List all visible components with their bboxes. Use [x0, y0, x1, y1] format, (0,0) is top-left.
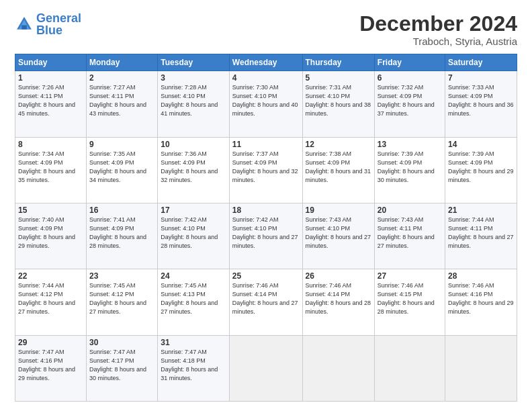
calendar-cell: 24Sunrise: 7:45 AMSunset: 4:13 PMDayligh…: [158, 269, 230, 335]
day-number: 12: [306, 140, 371, 149]
week-row-4: 22Sunrise: 7:44 AMSunset: 4:12 PMDayligh…: [15, 269, 517, 335]
col-header-thursday: Thursday: [302, 54, 374, 71]
day-number: 4: [232, 73, 300, 83]
calendar-cell: 3Sunrise: 7:28 AMSunset: 4:10 PMDaylight…: [158, 71, 230, 137]
svg-rect-2: [21, 26, 27, 30]
day-info: Sunrise: 7:42 AMSunset: 4:10 PMDaylight:…: [232, 216, 298, 249]
calendar-cell: 23Sunrise: 7:45 AMSunset: 4:12 PMDayligh…: [87, 269, 158, 335]
day-info: Sunrise: 7:46 AMSunset: 4:14 PMDaylight:…: [232, 282, 298, 315]
day-number: 2: [89, 73, 154, 83]
day-number: 13: [378, 140, 442, 149]
col-header-tuesday: Tuesday: [158, 54, 230, 71]
calendar-cell: 9Sunrise: 7:35 AMSunset: 4:09 PMDaylight…: [87, 137, 158, 203]
calendar-cell: 12Sunrise: 7:38 AMSunset: 4:09 PMDayligh…: [302, 137, 374, 203]
calendar-cell: 25Sunrise: 7:46 AMSunset: 4:14 PMDayligh…: [229, 269, 302, 335]
day-number: 30: [89, 338, 154, 347]
day-info: Sunrise: 7:46 AMSunset: 4:16 PMDaylight:…: [448, 282, 514, 315]
day-info: Sunrise: 7:38 AMSunset: 4:09 PMDaylight:…: [306, 150, 371, 183]
calendar-cell: [302, 335, 374, 401]
day-info: Sunrise: 7:43 AMSunset: 4:11 PMDaylight:…: [378, 216, 435, 249]
day-info: Sunrise: 7:39 AMSunset: 4:09 PMDaylight:…: [448, 150, 514, 183]
day-number: 28: [448, 271, 514, 281]
day-number: 6: [378, 73, 442, 83]
calendar-cell: 1Sunrise: 7:26 AMSunset: 4:11 PMDaylight…: [15, 71, 87, 137]
week-row-3: 15Sunrise: 7:40 AMSunset: 4:09 PMDayligh…: [15, 203, 517, 269]
week-row-2: 8Sunrise: 7:34 AMSunset: 4:09 PMDaylight…: [15, 137, 517, 203]
day-number: 27: [378, 271, 442, 281]
calendar-table: SundayMondayTuesdayWednesdayThursdayFrid…: [15, 54, 517, 402]
logo-blue: Blue: [36, 24, 62, 37]
day-info: Sunrise: 7:31 AMSunset: 4:10 PMDaylight:…: [306, 84, 371, 117]
day-info: Sunrise: 7:30 AMSunset: 4:10 PMDaylight:…: [232, 84, 298, 117]
day-number: 29: [18, 338, 83, 347]
calendar-cell: 2Sunrise: 7:27 AMSunset: 4:11 PMDaylight…: [87, 71, 158, 137]
week-row-5: 29Sunrise: 7:47 AMSunset: 4:16 PMDayligh…: [15, 335, 517, 401]
day-number: 18: [232, 205, 300, 215]
col-header-wednesday: Wednesday: [229, 54, 302, 71]
day-number: 23: [89, 271, 154, 281]
day-info: Sunrise: 7:47 AMSunset: 4:16 PMDaylight:…: [18, 349, 75, 381]
title-block: December 2024 Traboch, Styria, Austria: [359, 12, 517, 47]
calendar-cell: [445, 335, 517, 401]
calendar-cell: 8Sunrise: 7:34 AMSunset: 4:09 PMDaylight…: [15, 137, 87, 203]
day-info: Sunrise: 7:39 AMSunset: 4:09 PMDaylight:…: [378, 150, 435, 183]
day-info: Sunrise: 7:34 AMSunset: 4:09 PMDaylight:…: [18, 150, 75, 183]
logo-icon: [15, 15, 34, 34]
day-number: 5: [306, 73, 371, 83]
day-number: 17: [161, 205, 226, 215]
day-info: Sunrise: 7:45 AMSunset: 4:12 PMDaylight:…: [89, 282, 146, 315]
day-info: Sunrise: 7:40 AMSunset: 4:09 PMDaylight:…: [18, 216, 75, 249]
day-info: Sunrise: 7:35 AMSunset: 4:09 PMDaylight:…: [89, 150, 146, 183]
logo-general: General: [36, 11, 81, 25]
week-row-1: 1Sunrise: 7:26 AMSunset: 4:11 PMDaylight…: [15, 71, 517, 137]
day-number: 22: [18, 271, 83, 281]
calendar-cell: 6Sunrise: 7:32 AMSunset: 4:09 PMDaylight…: [374, 71, 445, 137]
col-header-monday: Monday: [87, 54, 158, 71]
day-number: 25: [232, 271, 300, 281]
logo: General Blue: [15, 12, 81, 36]
calendar-cell: 22Sunrise: 7:44 AMSunset: 4:12 PMDayligh…: [15, 269, 87, 335]
header: General Blue December 2024 Traboch, Styr…: [15, 12, 517, 47]
day-info: Sunrise: 7:47 AMSunset: 4:18 PMDaylight:…: [161, 349, 218, 381]
col-header-sunday: Sunday: [15, 54, 87, 71]
calendar-cell: 16Sunrise: 7:41 AMSunset: 4:09 PMDayligh…: [87, 203, 158, 269]
day-info: Sunrise: 7:42 AMSunset: 4:10 PMDaylight:…: [161, 216, 218, 249]
day-info: Sunrise: 7:36 AMSunset: 4:09 PMDaylight:…: [161, 150, 218, 183]
day-number: 24: [161, 271, 226, 281]
calendar-cell: 14Sunrise: 7:39 AMSunset: 4:09 PMDayligh…: [445, 137, 517, 203]
calendar-cell: 10Sunrise: 7:36 AMSunset: 4:09 PMDayligh…: [158, 137, 230, 203]
day-number: 31: [161, 338, 226, 347]
day-info: Sunrise: 7:46 AMSunset: 4:14 PMDaylight:…: [306, 282, 371, 315]
calendar-cell: 15Sunrise: 7:40 AMSunset: 4:09 PMDayligh…: [15, 203, 87, 269]
day-info: Sunrise: 7:44 AMSunset: 4:11 PMDaylight:…: [448, 216, 514, 249]
calendar-cell: 31Sunrise: 7:47 AMSunset: 4:18 PMDayligh…: [158, 335, 230, 401]
day-number: 20: [378, 205, 442, 215]
day-number: 7: [448, 73, 514, 83]
day-info: Sunrise: 7:32 AMSunset: 4:09 PMDaylight:…: [378, 84, 435, 117]
calendar-cell: [229, 335, 302, 401]
day-number: 3: [161, 73, 226, 83]
day-info: Sunrise: 7:26 AMSunset: 4:11 PMDaylight:…: [18, 84, 75, 117]
main-title: December 2024: [359, 12, 517, 36]
col-header-friday: Friday: [374, 54, 445, 71]
calendar-cell: 29Sunrise: 7:47 AMSunset: 4:16 PMDayligh…: [15, 335, 87, 401]
calendar-cell: 28Sunrise: 7:46 AMSunset: 4:16 PMDayligh…: [445, 269, 517, 335]
calendar-cell: 11Sunrise: 7:37 AMSunset: 4:09 PMDayligh…: [229, 137, 302, 203]
day-number: 1: [18, 73, 83, 83]
logo-text: General Blue: [36, 12, 81, 36]
day-number: 19: [306, 205, 371, 215]
calendar-cell: 30Sunrise: 7:47 AMSunset: 4:17 PMDayligh…: [87, 335, 158, 401]
calendar-cell: 19Sunrise: 7:43 AMSunset: 4:10 PMDayligh…: [302, 203, 374, 269]
day-number: 11: [232, 140, 300, 149]
day-info: Sunrise: 7:33 AMSunset: 4:09 PMDaylight:…: [448, 84, 514, 117]
day-number: 15: [18, 205, 83, 215]
day-number: 10: [161, 140, 226, 149]
day-info: Sunrise: 7:44 AMSunset: 4:12 PMDaylight:…: [18, 282, 75, 315]
subtitle: Traboch, Styria, Austria: [359, 36, 517, 47]
page: General Blue December 2024 Traboch, Styr…: [0, 0, 532, 411]
calendar-cell: 20Sunrise: 7:43 AMSunset: 4:11 PMDayligh…: [374, 203, 445, 269]
calendar-cell: 17Sunrise: 7:42 AMSunset: 4:10 PMDayligh…: [158, 203, 230, 269]
day-number: 16: [89, 205, 154, 215]
calendar-cell: 7Sunrise: 7:33 AMSunset: 4:09 PMDaylight…: [445, 71, 517, 137]
col-header-saturday: Saturday: [445, 54, 517, 71]
